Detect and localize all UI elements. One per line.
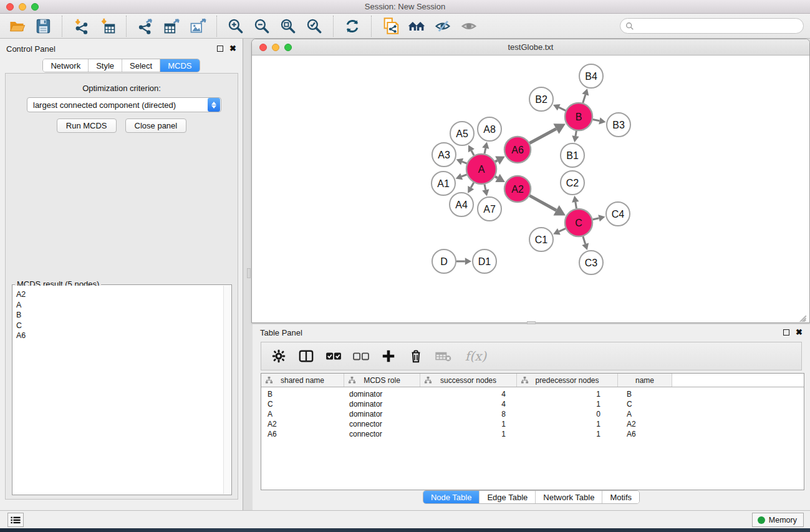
- table-settings-button[interactable]: [266, 344, 291, 368]
- select-all-columns-button[interactable]: [321, 344, 346, 368]
- import-network-button[interactable]: [68, 16, 94, 37]
- graph-edge[interactable]: [485, 184, 486, 190]
- search-input[interactable]: [634, 20, 803, 32]
- refresh-icon: [344, 17, 361, 35]
- column-header-name[interactable]: name: [618, 374, 672, 387]
- table-panel-title: Table Panel: [260, 328, 783, 337]
- add-column-button[interactable]: [376, 344, 401, 368]
- zoom-in-button[interactable]: [223, 16, 249, 37]
- toggle-panel-mode-button[interactable]: [294, 344, 319, 368]
- network-window-titlebar[interactable]: testGlobe.txt: [252, 39, 809, 56]
- list-item[interactable]: B: [16, 310, 223, 321]
- tab-motifs[interactable]: Motifs: [602, 491, 639, 503]
- zoom-window-button[interactable]: [31, 3, 39, 11]
- graph-edge[interactable]: [471, 150, 474, 155]
- minimize-window-button[interactable]: [19, 3, 26, 11]
- network-view-window: testGlobe.txt AA1A2A3A4A5A6A7A8BB1B2B3B4…: [251, 39, 810, 323]
- tab-network-table[interactable]: Network Table: [536, 491, 602, 503]
- graph-node-label: A1: [437, 178, 450, 189]
- list-item[interactable]: A: [16, 300, 223, 311]
- network-canvas[interactable]: AA1A2A3A4A5A6A7A8BB1B2B3B4CC1C2C3C4DD1: [253, 56, 809, 322]
- delete-columns-button[interactable]: [403, 344, 428, 368]
- mcds-result-groupbox: MCDS result (5 nodes) A2 A B C A6: [12, 284, 232, 495]
- open-session-button[interactable]: [4, 16, 30, 37]
- function-builder-button[interactable]: f(x): [458, 344, 493, 368]
- plus-icon: [381, 349, 396, 364]
- graph-edge[interactable]: [471, 183, 473, 188]
- network-close-button[interactable]: [259, 44, 267, 51]
- graph-node-label: C3: [585, 258, 598, 268]
- tab-node-table[interactable]: Node Table: [423, 491, 480, 503]
- graph-edge[interactable]: [559, 107, 566, 110]
- table-row[interactable]: Adominator80A: [261, 409, 804, 419]
- export-table-button[interactable]: [158, 16, 185, 37]
- list-item[interactable]: A2: [16, 289, 223, 300]
- delete-table-button[interactable]: [431, 344, 456, 368]
- column-header-predecessor-nodes[interactable]: predecessor nodes: [517, 374, 618, 387]
- graph-edge[interactable]: [495, 160, 498, 162]
- network-zoom-button[interactable]: [284, 44, 292, 51]
- tab-style[interactable]: Style: [89, 59, 122, 72]
- clone-network-button[interactable]: [377, 16, 403, 37]
- table-row[interactable]: Cdominator41C: [261, 399, 804, 409]
- result-list-scrollbar[interactable]: [223, 286, 231, 494]
- zoom-out-button[interactable]: [249, 16, 275, 37]
- graph-edge[interactable]: [559, 228, 566, 231]
- graph-edge[interactable]: [529, 196, 556, 211]
- dropdown-stepper-icon: [208, 98, 220, 112]
- memory-button[interactable]: Memory: [752, 513, 804, 527]
- main-toolbar: [0, 14, 810, 39]
- export-image-button[interactable]: [185, 16, 211, 37]
- graph-edge[interactable]: [576, 202, 577, 208]
- import-table-button[interactable]: [94, 16, 120, 37]
- show-log-button[interactable]: [7, 513, 24, 527]
- first-neighbors-button[interactable]: [403, 16, 430, 37]
- graph-edge[interactable]: [495, 177, 498, 178]
- mcds-result-list[interactable]: A2 A B C A6: [13, 286, 223, 494]
- close-panel-button[interactable]: Close panel: [125, 118, 187, 133]
- run-mcds-button[interactable]: Run MCDS: [57, 118, 117, 133]
- graph-edge[interactable]: [593, 120, 600, 121]
- export-network-button[interactable]: [132, 16, 158, 37]
- resize-grip-icon[interactable]: [799, 312, 808, 321]
- hide-selected-button[interactable]: [430, 16, 456, 37]
- float-table-panel-icon[interactable]: [783, 329, 789, 336]
- table-row[interactable]: Bdominator41B: [261, 389, 804, 399]
- show-all-button[interactable]: [456, 16, 482, 37]
- graph-edge[interactable]: [461, 175, 466, 177]
- refresh-view-button[interactable]: [339, 16, 365, 37]
- unselect-all-columns-button[interactable]: [349, 344, 374, 368]
- checked-boxes-icon: [324, 349, 343, 363]
- column-header-successor-nodes[interactable]: successor nodes: [420, 374, 517, 387]
- float-panel-icon[interactable]: [217, 46, 223, 52]
- control-panel-tabbar: Network Style Select MCDS: [42, 59, 200, 72]
- table-row[interactable]: A2connector11A2: [261, 419, 804, 429]
- graph-edge[interactable]: [583, 95, 586, 103]
- graph-edge[interactable]: [583, 236, 586, 244]
- graph-edge[interactable]: [592, 218, 599, 220]
- list-item[interactable]: A6: [16, 331, 223, 341]
- criterion-dropdown[interactable]: largest connected component (directed): [27, 97, 221, 112]
- search-field[interactable]: [620, 18, 804, 34]
- tab-mcds[interactable]: MCDS: [160, 59, 199, 72]
- close-window-button[interactable]: [6, 3, 14, 11]
- column-header-shared-name[interactable]: shared name: [261, 374, 344, 387]
- close-panel-icon[interactable]: ✖: [229, 46, 236, 52]
- zoom-fit-button[interactable]: [275, 16, 301, 37]
- graph-edge[interactable]: [576, 131, 576, 136]
- network-minimize-button[interactable]: [272, 44, 279, 51]
- tab-edge-table[interactable]: Edge Table: [480, 491, 536, 503]
- table-row[interactable]: A6connector11A6: [261, 429, 804, 439]
- tab-network[interactable]: Network: [43, 59, 89, 72]
- list-item[interactable]: C: [16, 321, 223, 331]
- graph-edge[interactable]: [462, 162, 467, 163]
- tab-select[interactable]: Select: [122, 59, 160, 72]
- column-header-mcds-role[interactable]: MCDS role: [344, 374, 420, 387]
- save-floppy-icon: [34, 17, 52, 35]
- graph-edge[interactable]: [485, 148, 486, 154]
- save-session-button[interactable]: [30, 16, 56, 37]
- close-table-panel-icon[interactable]: ✖: [796, 329, 803, 336]
- graph-edge[interactable]: [529, 129, 556, 143]
- zoom-selected-button[interactable]: [301, 16, 327, 37]
- vertical-split-handle[interactable]: [247, 268, 251, 278]
